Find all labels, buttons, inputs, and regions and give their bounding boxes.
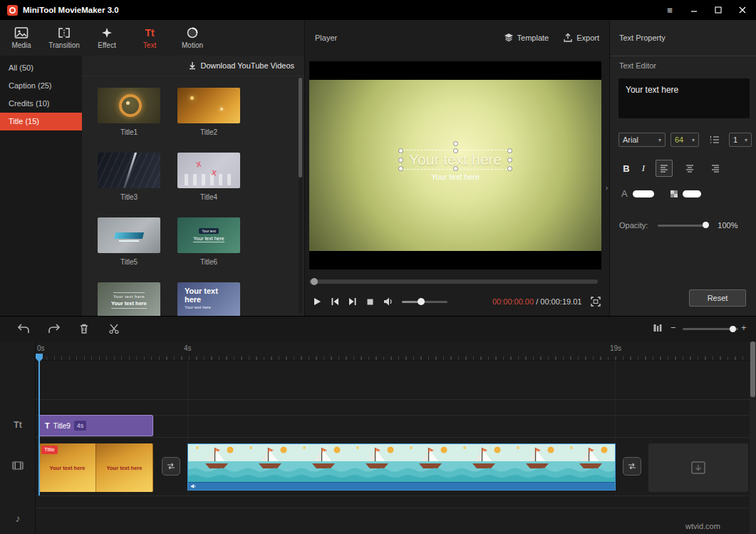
stop-button[interactable] [366,297,375,307]
text-editor-input[interactable]: Your text here [618,78,750,118]
background-color-icon[interactable] [670,190,678,198]
zoom-fit-icon[interactable] [653,323,663,333]
font-color-icon[interactable]: A [621,188,628,199]
split-button[interactable] [108,323,120,334]
list-count-select[interactable]: 1▾ [729,133,752,147]
clip-volume-icon[interactable] [190,483,197,489]
tab-text[interactable]: Tt Text [128,20,171,56]
fullscreen-button[interactable] [591,297,601,307]
timeline-zoom-slider[interactable] [683,328,738,330]
timeline-zoom-handle[interactable] [730,326,736,332]
next-frame-button[interactable] [348,297,358,307]
resize-handle[interactable] [507,158,512,163]
seek-handle[interactable] [311,278,318,285]
background-color-swatch[interactable] [683,190,701,197]
download-youtube-link[interactable]: Download YouTube Videos [201,61,295,70]
library-scrollbar[interactable] [299,78,302,313]
rotate-handle[interactable] [453,141,458,146]
previous-frame-button[interactable] [330,297,340,307]
template-item[interactable]: xx Title4 [177,153,240,202]
opacity-handle[interactable] [703,222,709,228]
template-thumbnail[interactable] [98,153,160,188]
template-thumbnail[interactable]: Your text here Your text here [98,282,160,316]
template-thumbnail[interactable] [98,217,160,253]
timeline-scrollbar-thumb[interactable] [750,342,755,397]
resize-handle[interactable] [453,148,458,153]
video-preview[interactable]: Your text here Your text here [309,61,601,269]
text-clip-title9[interactable]: T Title9 4s [39,415,153,436]
volume-icon[interactable] [383,297,394,307]
resize-handle[interactable] [453,166,458,171]
export-button[interactable]: Export [563,33,599,43]
template-thumbnail[interactable]: Your text here Your text here [177,282,240,316]
template-item[interactable]: Your text here Your text here [177,282,240,316]
template-item[interactable]: Title5 [98,217,160,267]
play-button[interactable] [312,297,322,307]
timeline-scrollbar[interactable] [750,342,756,534]
panel-collapse-icon[interactable]: › [603,175,611,200]
italic-button[interactable]: I [640,163,647,174]
resize-handle[interactable] [398,148,403,153]
numbered-list-icon[interactable] [709,135,720,145]
empty-clip-placeholder[interactable] [648,443,748,492]
transition-icon [57,26,71,39]
template-item[interactable]: Your text here Your text here [98,282,160,316]
font-family-select[interactable]: Arial▾ [618,133,666,147]
resize-handle[interactable] [507,148,512,153]
timeline-ruler[interactable]: 0s 4s 19s [36,342,750,361]
zoom-in-icon[interactable]: + [741,322,747,333]
opacity-slider[interactable] [658,225,708,227]
tab-label: Transition [48,41,80,49]
transition-slot-button[interactable] [623,457,641,476]
template-thumbnail[interactable]: xx [177,153,240,188]
align-center-button[interactable] [681,160,698,177]
template-button[interactable]: Template [504,33,549,43]
undo-button[interactable] [17,323,30,334]
volume-handle[interactable] [418,298,425,305]
video-clip-sailboat[interactable] [187,443,616,491]
video-clip-title-template[interactable]: Title Your text here Your text here [39,443,153,492]
align-left-button[interactable] [656,160,673,177]
bold-button[interactable]: B [621,163,631,174]
playhead-line[interactable] [38,360,40,496]
zoom-out-icon[interactable]: − [670,322,676,333]
template-thumbnail[interactable] [98,88,160,123]
tab-transition[interactable]: Transition [43,20,86,56]
seek-bar[interactable] [309,279,598,284]
reset-button[interactable]: Reset [689,289,746,307]
preview-sub-text[interactable]: Your text here [431,173,480,181]
template-thumbnail[interactable] [177,88,240,123]
font-size-select[interactable]: 64▾ [670,133,699,147]
minimize-icon[interactable] [688,4,700,16]
video-frame[interactable]: Your text here Your text here [309,80,601,251]
template-thumbnail[interactable]: Your text Your text here [177,217,240,253]
tab-effect[interactable]: Effect [86,20,128,56]
volume-slider[interactable] [402,301,447,303]
resize-handle[interactable] [507,166,512,171]
font-color-swatch[interactable] [633,190,654,197]
template-item[interactable]: Title1 [98,88,160,137]
redo-button[interactable] [48,323,61,334]
menu-icon[interactable]: ≡ [663,4,676,16]
library-scrollbar-thumb[interactable] [299,78,302,178]
tab-motion[interactable]: Motion [171,20,214,56]
maximize-icon[interactable] [712,4,725,16]
playhead-marker[interactable] [36,354,43,362]
close-icon[interactable] [736,4,749,16]
align-right-button[interactable] [707,160,724,177]
tab-media[interactable]: Media [0,20,43,56]
template-item[interactable]: Your text Your text here Title6 [177,217,240,267]
color-controls: A [621,188,701,199]
sidebar-item-title[interactable]: Title (15) [0,113,82,130]
template-item[interactable]: Title2 [177,88,240,137]
delete-button[interactable] [78,323,90,334]
preview-main-text[interactable]: Your text here [409,151,502,168]
sidebar-item-caption[interactable]: Caption (25) [0,77,82,95]
text-selection-box[interactable]: Your text here [400,150,511,170]
sidebar-item-all[interactable]: All (50) [0,59,82,77]
resize-handle[interactable] [398,166,403,171]
template-item[interactable]: Title3 [98,153,160,202]
resize-handle[interactable] [398,158,403,163]
sidebar-item-credits[interactable]: Credits (10) [0,95,82,113]
transition-slot-button[interactable] [162,457,180,476]
